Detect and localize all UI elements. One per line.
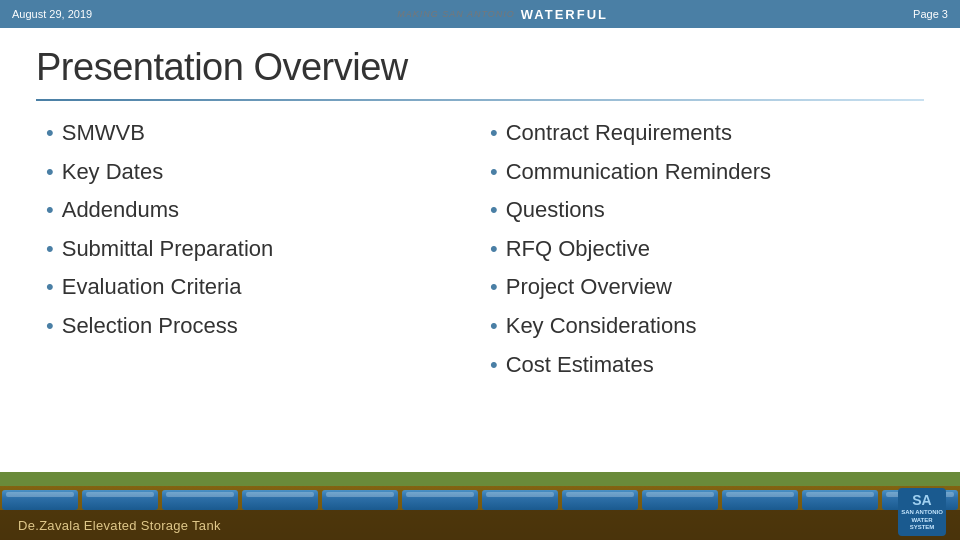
list-item-text: Key Considerations [506,312,697,341]
bullet-icon: • [46,273,54,302]
list-item-text: Cost Estimates [506,351,654,380]
waterful-text: WATERFUL [521,7,608,22]
main-content: • SMWVB • Key Dates • Addendums • Submit… [0,107,960,389]
saws-logo-text: SA SAN ANTONIOWATERSYSTEM [901,492,943,532]
bullet-icon: • [490,235,498,264]
bullet-icon: • [46,158,54,187]
header-date: August 29, 2019 [12,8,92,20]
pipe-segment [562,490,638,510]
bottom-text-bar: De.Zavala Elevated Storage Tank [0,510,960,540]
pipe-segment [82,490,158,510]
bullet-icon: • [46,196,54,225]
pipe-segment [642,490,718,510]
bottom-area: De.Zavala Elevated Storage Tank SA SAN A… [0,472,960,540]
list-item: • Key Considerations [490,312,914,341]
bullet-icon: • [490,196,498,225]
header-bar: August 29, 2019 MAKING SAN ANTONIO WATER… [0,0,960,28]
list-item: • Contract Requirements [490,119,914,148]
list-item-text: Key Dates [62,158,164,187]
ground-layer [0,472,960,486]
list-item-text: Selection Process [62,312,238,341]
bullet-icon: • [490,351,498,380]
pipe-segment [402,490,478,510]
bullet-icon: • [490,273,498,302]
list-item-text: Submittal Preparation [62,235,274,264]
footer-label: De.Zavala Elevated Storage Tank [18,518,221,533]
list-item-text: SMWVB [62,119,145,148]
bullet-icon: • [46,312,54,341]
list-item: • SMWVB [46,119,470,148]
bullet-icon: • [46,119,54,148]
pipe-segment [322,490,398,510]
pipe-segment [482,490,558,510]
list-item-text: Project Overview [506,273,672,302]
header-logo: MAKING SAN ANTONIO WATERFUL [397,7,608,22]
list-item: • Cost Estimates [490,351,914,380]
list-item: • Questions [490,196,914,225]
list-item-text: Addendums [62,196,179,225]
list-item: • Selection Process [46,312,470,341]
page-title: Presentation Overview [36,46,924,89]
list-item: • RFQ Objective [490,235,914,264]
bullet-icon: • [490,312,498,341]
bullet-icon: • [490,158,498,187]
page-number: Page 3 [913,8,948,20]
right-bullet-list: • Contract Requirements • Communication … [490,119,914,379]
saws-logo-box: SA SAN ANTONIOWATERSYSTEM [898,488,946,536]
right-column: • Contract Requirements • Communication … [480,119,924,389]
pipe-segment [162,490,238,510]
left-bullet-list: • SMWVB • Key Dates • Addendums • Submit… [46,119,470,341]
title-area: Presentation Overview [0,28,960,99]
bullet-icon: • [490,119,498,148]
making-text: MAKING SAN ANTONIO [397,9,515,19]
pipe-segment [722,490,798,510]
list-item: • Communication Reminders [490,158,914,187]
list-item-text: RFQ Objective [506,235,650,264]
pipe-segment [242,490,318,510]
list-item: • Key Dates [46,158,470,187]
list-item: • Addendums [46,196,470,225]
list-item: • Project Overview [490,273,914,302]
title-divider [36,99,924,101]
list-item: • Evaluation Criteria [46,273,470,302]
list-item-text: Communication Reminders [506,158,771,187]
pipe-segment [802,490,878,510]
left-column: • SMWVB • Key Dates • Addendums • Submit… [36,119,480,389]
list-item-text: Questions [506,196,605,225]
list-item-text: Contract Requirements [506,119,732,148]
bullet-icon: • [46,235,54,264]
list-item-text: Evaluation Criteria [62,273,242,302]
list-item: • Submittal Preparation [46,235,470,264]
saws-logo: SA SAN ANTONIOWATERSYSTEM [898,488,946,536]
pipe-segment [2,490,78,510]
